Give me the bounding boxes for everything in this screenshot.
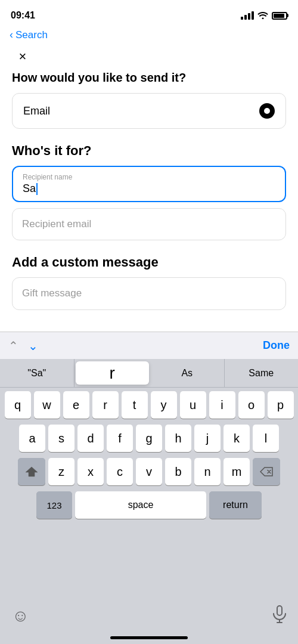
key-numbers[interactable]: 123 — [36, 491, 72, 519]
autocomplete-bar: "Sa" r As Same — [0, 359, 298, 388]
gift-message-field[interactable]: Gift message — [12, 277, 286, 310]
main-content: × How would you like to send it? Email W… — [0, 46, 298, 310]
battery-icon — [272, 12, 287, 20]
back-chevron-icon: ‹ — [10, 29, 13, 41]
key-k[interactable]: k — [224, 425, 250, 452]
nav-bar: ‹ Search — [0, 26, 298, 46]
recipient-email-placeholder: Recipient email — [22, 218, 91, 230]
toolbar-up-arrow[interactable]: ⌃ — [8, 339, 18, 353]
key-space[interactable]: space — [75, 491, 206, 519]
mic-icon[interactable] — [273, 605, 286, 627]
keyboard-row-4: 123 space return — [2, 491, 296, 519]
key-c[interactable]: c — [107, 458, 133, 485]
toolbar-down-arrow[interactable]: ⌄ — [28, 339, 38, 353]
status-bar: 09:41 — [0, 0, 298, 26]
key-g[interactable]: g — [136, 425, 162, 452]
key-backspace[interactable] — [253, 458, 280, 485]
toolbar-arrows: ⌃ ⌄ — [8, 339, 38, 353]
emoji-icon[interactable]: ☺ — [12, 606, 29, 626]
autocomplete-item-3[interactable]: As — [150, 359, 225, 387]
wifi-icon — [257, 11, 268, 21]
toolbar-done-button[interactable]: Done — [263, 339, 290, 352]
status-icons — [241, 11, 287, 21]
key-b[interactable]: b — [165, 458, 191, 485]
keyboard-row-2: a s d f g h j k l — [2, 425, 296, 452]
email-label: Email — [23, 105, 50, 117]
key-d[interactable]: d — [77, 425, 104, 452]
keyboard-toolbar: ⌃ ⌄ Done — [0, 332, 298, 359]
key-m[interactable]: m — [224, 458, 250, 485]
key-u[interactable]: u — [180, 391, 206, 419]
key-w[interactable]: w — [34, 391, 60, 419]
key-h[interactable]: h — [165, 425, 191, 452]
key-q[interactable]: q — [5, 391, 31, 419]
svg-rect-0 — [277, 606, 282, 615]
back-button[interactable]: ‹ Search — [10, 29, 48, 41]
autocomplete-item-4[interactable]: Same — [225, 359, 299, 387]
key-r[interactable]: r — [92, 391, 119, 419]
autocomplete-item-2[interactable]: r — [76, 361, 150, 385]
recipient-name-label: Recipient name — [23, 173, 275, 181]
home-indicator — [110, 636, 188, 639]
key-l[interactable]: l — [253, 425, 279, 452]
back-label: Search — [15, 29, 48, 41]
keyboard-row-3: z x c v b n m — [2, 458, 296, 485]
key-y[interactable]: y — [151, 391, 177, 419]
keyboard: q w e r t y u i o p a s d f g h j k l z … — [0, 388, 298, 644]
key-a[interactable]: a — [19, 425, 45, 452]
status-time: 09:41 — [11, 10, 35, 21]
email-radio-selected — [259, 103, 275, 119]
key-n[interactable]: n — [194, 458, 221, 485]
recipient-email-field[interactable]: Recipient email — [12, 208, 286, 240]
recipient-name-field[interactable]: Recipient name Sa — [12, 166, 286, 202]
key-shift[interactable] — [18, 458, 45, 485]
text-cursor — [36, 183, 38, 195]
send-heading: How would you like to send it? — [12, 71, 286, 85]
autocomplete-item-1[interactable]: "Sa" — [0, 359, 74, 387]
key-z[interactable]: z — [48, 458, 74, 485]
key-return[interactable]: return — [209, 491, 262, 519]
key-o[interactable]: o — [238, 391, 265, 419]
key-x[interactable]: x — [77, 458, 104, 485]
key-t[interactable]: t — [122, 391, 148, 419]
keyboard-row-1: q w e r t y u i o p — [2, 391, 296, 419]
key-i[interactable]: i — [209, 391, 235, 419]
whos-it-for-heading: Who's it for? — [12, 143, 286, 159]
key-e[interactable]: e — [63, 391, 89, 419]
recipient-name-value: Sa — [23, 182, 275, 195]
close-button[interactable]: × — [12, 46, 33, 67]
key-j[interactable]: j — [194, 425, 221, 452]
key-p[interactable]: p — [268, 391, 294, 419]
email-option[interactable]: Email — [12, 93, 286, 129]
signal-icon — [241, 11, 254, 20]
add-message-heading: Add a custom message — [12, 255, 286, 270]
key-s[interactable]: s — [48, 425, 74, 452]
gift-message-placeholder: Gift message — [22, 287, 82, 299]
key-v[interactable]: v — [136, 458, 162, 485]
key-f[interactable]: f — [107, 425, 133, 452]
